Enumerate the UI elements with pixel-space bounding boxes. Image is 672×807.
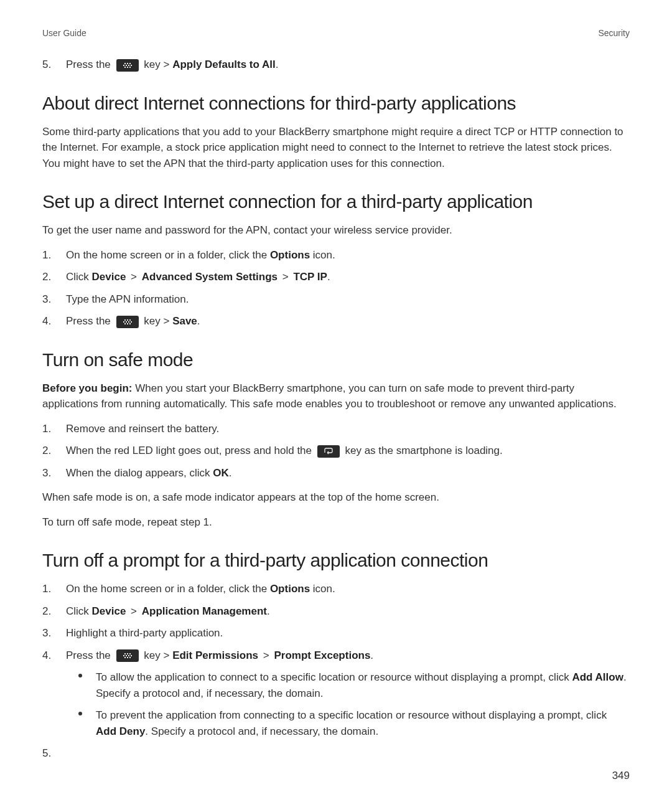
step-text: . [370,649,373,661]
step-number: 2. [42,269,51,285]
step-number: 2. [42,603,51,620]
step-text: key > [144,649,172,661]
list-item: 4. Press the key > Save. [42,313,630,329]
list-item: 1. On the home screen or in a folder, cl… [42,247,630,263]
menu-key-icon [116,59,139,72]
step-number: 3. [42,625,51,641]
step-text: > [128,605,139,617]
para-before-begin: Before you begin: When you start your Bl… [42,380,630,412]
step-bold: Options [270,249,310,261]
para-setup-intro: To get the user name and password for th… [42,222,630,238]
step-number: 3. [42,291,51,308]
step-text: Highlight a third-party application. [66,627,223,639]
bullet-bold: Add Deny [96,725,145,737]
list-item: 4. Press the key > Edit Permissions > Pr… [42,648,630,664]
header-left: User Guide [42,28,86,38]
step-number: 1. [42,421,51,437]
heading-safe-mode: Turn on safe mode [42,349,630,370]
step-number: 1. [42,581,51,597]
bullet-icon [78,674,82,677]
step-number: 1. [42,247,51,263]
step-period: . [276,59,279,70]
step-text: Press the [66,315,114,327]
step-number: 2. [42,443,51,459]
before-label: Before you begin: [42,382,135,394]
step-number: 5. [42,745,51,762]
step-text: icon. [310,583,335,595]
step-text: > [260,649,272,661]
list-item: 3. Type the APN information. [42,291,630,308]
step-text: key > [144,315,172,327]
step-text: icon. [310,249,335,261]
menu-key-icon [116,316,139,328]
list-item: 2. Click Device > Advanced System Settin… [42,269,630,285]
step-bold: OK [213,467,229,479]
bullet-item: To prevent the application from connecti… [78,707,630,739]
bullet-bold: Add Allow [572,671,623,683]
step-text: key as the smartphone is loading. [345,445,502,456]
step-text: When the red LED light goes out, press a… [66,445,315,456]
step-text: . [229,467,232,479]
bullet-text: To prevent the application from connecti… [96,709,607,721]
step-text: Click [66,271,92,283]
list-item: 1. On the home screen or in a folder, cl… [42,581,630,597]
step-text-a: Press the [66,59,114,70]
step-number: 4. [42,648,51,664]
prompt-steps: 1. On the home screen or in a folder, cl… [42,581,630,739]
heading-turn-off-prompt: Turn off a prompt for a third-party appl… [42,550,630,571]
bullet-icon [78,712,82,715]
bullet-text: To allow the application to connect to a… [96,671,572,683]
step-bold: Application Management [142,605,267,617]
step-bold: Prompt Exceptions [274,649,370,661]
step-bold: Edit Permissions [172,649,258,661]
step-text: Click [66,605,92,617]
list-item: 3. Highlight a third-party application. [42,625,630,641]
step-text-b: key > [144,59,172,70]
step-text: Press the [66,649,114,661]
heading-direct-connections: About direct Internet connections for th… [42,93,630,114]
list-item: 2. When the red LED light goes out, pres… [42,443,630,459]
step-text: > [279,271,291,283]
step-number: 4. [42,313,51,329]
setup-steps: 1. On the home screen or in a folder, cl… [42,247,630,329]
list-item: 2. Click Device > Application Management… [42,603,630,620]
page-number: 349 [612,770,630,782]
safe-mode-steps: 1. Remove and reinsert the battery. 2. W… [42,421,630,481]
bullet-item: To allow the application to connect to a… [78,669,630,701]
step-bold: Advanced System Settings [142,271,278,283]
page-header: User Guide Security [42,28,630,38]
step-bold: Save [172,315,197,327]
step-text: > [128,271,139,283]
heading-setup-direct: Set up a direct Internet connection for … [42,191,630,212]
bullet-text: . Specify a protocol and, if necessary, … [145,725,378,737]
step-number: 5. [42,57,51,73]
list-item: 3. When the dialog appears, click OK. [42,465,630,481]
nested-bullets: To allow the application to connect to a… [42,669,630,739]
step-bold: TCP IP [293,271,327,283]
step-bold: Apply Defaults to All [172,59,276,70]
step-text: When the dialog appears, click [66,467,213,479]
para-safe-mode-indicator: When safe mode is on, a safe mode indica… [42,489,630,506]
menu-key-icon [116,649,139,662]
step-text: . [327,271,330,283]
step-text: Type the APN information. [66,293,189,305]
step-number: 3. [42,465,51,481]
step-bold: Device [92,605,126,617]
step-text: On the home screen or in a folder, click… [66,249,270,261]
list-item: 1. Remove and reinsert the battery. [42,421,630,437]
step-5-top: 5. Press the key > Apply Defaults to All… [42,57,630,73]
step-bold: Device [92,271,126,283]
step-text: Remove and reinsert the battery. [66,423,219,435]
para-turn-off-safe: To turn off safe mode, repeat step 1. [42,514,630,531]
back-key-icon [317,445,340,458]
step-text: On the home screen or in a folder, click… [66,583,270,595]
step-text: . [267,605,270,617]
header-right: Security [598,28,630,38]
para-direct-connections: Some third-party applications that you a… [42,124,630,172]
step-bold: Options [270,583,310,595]
step-text: . [197,315,200,327]
